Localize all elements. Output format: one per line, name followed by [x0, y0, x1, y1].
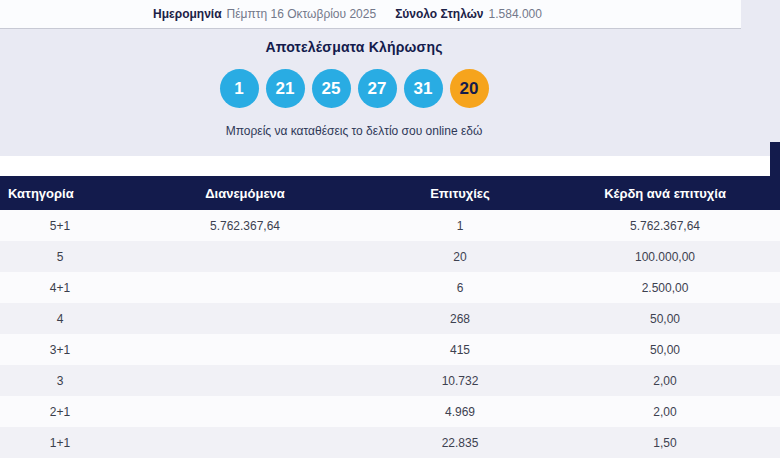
- cell-winners: 415: [370, 343, 550, 357]
- cell-distributed: 5.762.367,64: [120, 219, 370, 233]
- draw-results-panel: Αποτελέσματα Κλήρωσης 12125273120 Μπορεί…: [0, 29, 780, 156]
- cell-winners: 4.969: [370, 405, 550, 419]
- main-number-ball: 25: [312, 69, 351, 108]
- date-label: Ημερομηνία: [153, 7, 222, 21]
- cell-category: 4: [0, 312, 120, 326]
- winning-numbers-row: 12125273120: [220, 69, 489, 108]
- header-right-notch: [770, 142, 780, 176]
- main-number-ball: 27: [358, 69, 397, 108]
- cell-category: 5+1: [0, 219, 120, 233]
- header-prize-per-winner: Κέρδη ανά επιτυχία: [550, 186, 780, 201]
- cell-category: 4+1: [0, 281, 120, 295]
- prize-table-body: 5+15.762.367,6415.762.367,64520100.000,0…: [0, 210, 780, 458]
- cell-prize: 50,00: [550, 312, 780, 326]
- joker-number-ball: 20: [450, 69, 489, 108]
- header-category: Κατηγορία: [0, 186, 120, 201]
- draw-results-title: Αποτελέσματα Κλήρωσης: [265, 39, 442, 55]
- table-row: 2+14.9692,00: [0, 396, 780, 427]
- header-winners: Επιτυχίες: [370, 186, 550, 201]
- submit-online-link[interactable]: Μπορείς να καταθέσεις το δελτίο σου onli…: [226, 124, 483, 138]
- cell-winners: 10.732: [370, 374, 550, 388]
- cell-category: 3: [0, 374, 120, 388]
- main-number-ball: 1: [220, 69, 259, 108]
- cell-winners: 1: [370, 219, 550, 233]
- date-value: Πέμπτη 16 Οκτωβρίου 2025: [227, 7, 377, 21]
- cell-prize: 50,00: [550, 343, 780, 357]
- prize-table-header: Κατηγορία Διανεμόμενα Επιτυχίες Κέρδη αν…: [0, 176, 780, 210]
- cell-category: 3+1: [0, 343, 120, 357]
- cell-prize: 100.000,00: [550, 250, 780, 264]
- table-row: 5+15.762.367,6415.762.367,64: [0, 210, 780, 241]
- main-number-ball: 31: [404, 69, 443, 108]
- section-divider: [0, 156, 780, 176]
- table-row: 4+162.500,00: [0, 272, 780, 303]
- cell-winners: 6: [370, 281, 550, 295]
- draw-results-content: Αποτελέσματα Κλήρωσης 12125273120 Μπορεί…: [220, 39, 489, 138]
- main-number-ball: 21: [266, 69, 305, 108]
- cell-category: 5: [0, 250, 120, 264]
- cell-winners: 268: [370, 312, 550, 326]
- table-row: 426850,00: [0, 303, 780, 334]
- prize-table: Κατηγορία Διανεμόμενα Επιτυχίες Κέρδη αν…: [0, 176, 780, 458]
- table-row: 3+141550,00: [0, 334, 780, 365]
- cell-prize: 2.500,00: [550, 281, 780, 295]
- top-date-bar: Ημερομηνία Πέμπτη 16 Οκτωβρίου 2025 Σύνο…: [0, 0, 780, 29]
- table-row: 1+122.8351,50: [0, 427, 780, 458]
- cell-prize: 2,00: [550, 374, 780, 388]
- date-bar-content: Ημερομηνία Πέμπτη 16 Οκτωβρίου 2025 Σύνο…: [0, 0, 741, 29]
- cell-prize: 1,50: [550, 436, 780, 450]
- table-row: 520100.000,00: [0, 241, 780, 272]
- cell-prize: 5.762.367,64: [550, 219, 780, 233]
- cell-winners: 20: [370, 250, 550, 264]
- cell-category: 2+1: [0, 405, 120, 419]
- columns-total-label: Σύνολο Στηλών: [395, 7, 483, 21]
- cell-category: 1+1: [0, 436, 120, 450]
- top-bar-right-filler: [741, 0, 780, 29]
- cell-winners: 22.835: [370, 436, 550, 450]
- header-distributed: Διανεμόμενα: [120, 186, 370, 201]
- columns-total-value: 1.584.000: [489, 7, 542, 21]
- cell-prize: 2,00: [550, 405, 780, 419]
- table-row: 310.7322,00: [0, 365, 780, 396]
